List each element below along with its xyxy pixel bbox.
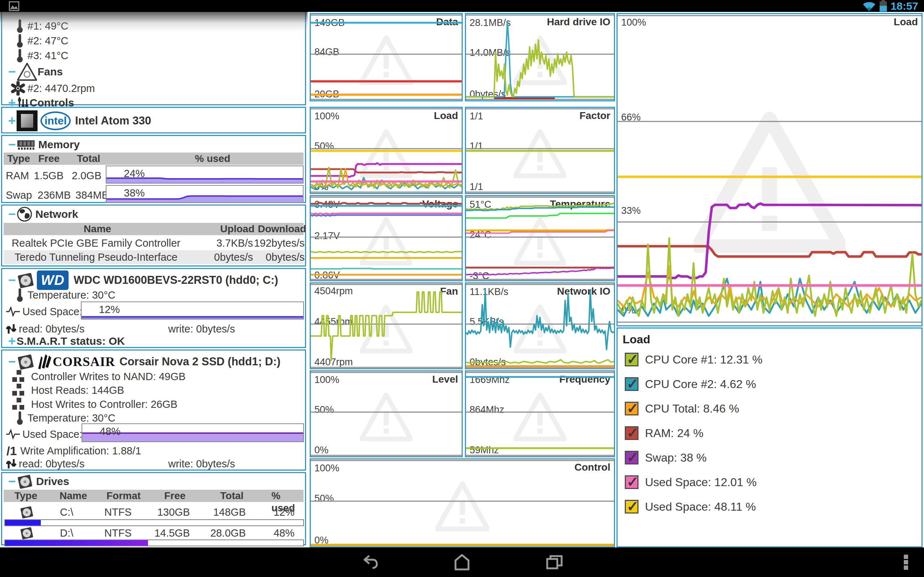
- drive-row[interactable]: C:\: [60, 506, 73, 519]
- corsair-used-space-chart[interactable]: 48%: [82, 423, 304, 442]
- wdc-read: read: 0bytes/s: [19, 323, 84, 335]
- expand-icon[interactable]: +: [7, 113, 16, 128]
- fans-label: Fans: [37, 66, 63, 78]
- home-button[interactable]: [454, 554, 470, 571]
- corsair-stat-row: Host Writes to Controller: 26GB: [11, 397, 178, 411]
- chart-temperature[interactable]: 51°C24°C-3°CTemperature: [465, 195, 615, 281]
- temp-row-3[interactable]: #3: 41°C: [15, 48, 68, 63]
- series-checkbox[interactable]: ✓: [625, 402, 638, 416]
- section-cpu[interactable]: + intel Intel Atom 330: [1, 107, 306, 134]
- notification-image-icon: [9, 1, 19, 11]
- memory-header[interactable]: − Memory: [7, 137, 80, 152]
- fan-row[interactable]: #2: 4470.2rpm: [11, 81, 95, 95]
- android-nav-bar: [0, 548, 924, 577]
- collapse-icon[interactable]: −: [7, 206, 16, 222]
- temp-row-1[interactable]: #1: 49°C: [15, 19, 68, 33]
- collapse-icon[interactable]: −: [7, 474, 16, 489]
- wd-logo: WD: [37, 271, 69, 290]
- collapse-icon[interactable]: −: [7, 272, 16, 288]
- memory-icon: [16, 138, 36, 151]
- legend-item[interactable]: ✓CPU Core #2: 4.62 %: [625, 376, 756, 393]
- drive-type-icon: [19, 526, 34, 540]
- series-checkbox[interactable]: ✓: [625, 475, 638, 489]
- drives-header[interactable]: − Drives: [7, 473, 69, 490]
- activity-icon: [6, 306, 20, 317]
- series-line: [466, 40, 614, 97]
- fans-header[interactable]: − Fans: [7, 62, 63, 82]
- expand-icon[interactable]: +: [7, 334, 16, 349]
- drive-row[interactable]: D:\: [60, 527, 73, 540]
- chart-fan[interactable]: 4504rpm4455rpm4407rpmFan: [310, 282, 463, 369]
- hdd-icon: [16, 353, 35, 371]
- temp-row-2[interactable]: #2: 47°C: [15, 34, 68, 48]
- read-write-arrows-icon: [5, 458, 17, 470]
- cpu-chip-icon: [16, 110, 37, 131]
- recents-button[interactable]: [546, 554, 563, 570]
- legend-item[interactable]: ✓CPU Total: 8.46 %: [625, 400, 739, 417]
- chart-frequency[interactable]: 1669Mhz864Mhz59MhzFrequency: [465, 371, 615, 457]
- back-button[interactable]: [362, 554, 378, 570]
- series-line: [311, 268, 462, 269]
- drive-usage-bar: [4, 519, 304, 526]
- chart-factor[interactable]: 1/11/11/1Factor: [465, 107, 615, 194]
- collapse-icon[interactable]: −: [7, 354, 16, 369]
- chart-control[interactable]: 100%50%0%Control: [310, 458, 615, 548]
- chart-plot: [311, 196, 462, 280]
- cpu-title: Intel Atom 330: [75, 114, 151, 127]
- hdd-icon: [16, 271, 35, 289]
- series-checkbox[interactable]: ✓: [625, 426, 638, 440]
- chart-network-io[interactable]: 11.1KB/s5.5KB/s0bytes/sNetwork IO: [465, 282, 615, 369]
- chart-hard-drive-io[interactable]: 28.1MB/s14.0MB/s0bytes/sHard drive IO: [465, 13, 615, 102]
- chart-plot: [311, 284, 462, 368]
- series-checkbox[interactable]: ✓: [625, 377, 638, 391]
- swap-pct: 38%: [124, 187, 145, 199]
- section-wdc-drive: − WD WDC WD1600BEVS-22RST0 (hdd0; C:) Te…: [1, 268, 306, 348]
- chart-load-small[interactable]: 100%50%0%Load: [310, 107, 463, 194]
- section-corsair-drive: − CORSAIR Corsair Nova 2 SSD (hdd1; D:) …: [1, 350, 306, 471]
- memory-title: Memory: [38, 139, 80, 151]
- used-space-label: Used Space:: [23, 306, 82, 318]
- corsair-used-pct: 48%: [100, 425, 121, 437]
- nand-blocks-icon: [11, 383, 27, 397]
- series-line: [311, 167, 462, 188]
- network-row[interactable]: Realtek PCIe GBE Family Controller: [2, 237, 190, 250]
- chart-plot: [617, 14, 921, 325]
- nand-blocks-icon: [11, 369, 27, 384]
- corsair-stat-row: Host Reads: 144GB: [11, 383, 124, 397]
- temp-label: #2: 47°C: [27, 35, 68, 47]
- collapse-icon[interactable]: −: [7, 64, 16, 79]
- chart-voltage[interactable]: 3.48V2.17V0.86VVoltage: [310, 195, 463, 281]
- wdc-write: write: 0bytes/s: [168, 323, 235, 335]
- chart-data[interactable]: 149GB84GB20GBData: [310, 13, 463, 102]
- wdc-used-space-chart[interactable]: 12%: [81, 301, 304, 319]
- series-checkbox[interactable]: ✓: [625, 451, 638, 464]
- thermometer-icon: [15, 19, 24, 33]
- corsair-temperature-row: Temperature: 30°C: [15, 411, 115, 425]
- legend-item[interactable]: ✓Used Space: 48.11 %: [625, 498, 756, 515]
- smart-status: S.M.A.R.T status: OK: [16, 335, 125, 347]
- series-checkbox[interactable]: ✓: [625, 353, 638, 366]
- ram-usage-chart[interactable]: 24%: [106, 166, 304, 184]
- legend-item[interactable]: ✓RAM: 24 %: [625, 424, 703, 442]
- chart-level[interactable]: 100%50%0%Level: [310, 371, 463, 457]
- wdc-smart-row[interactable]: + S.M.A.R.T status: OK: [7, 334, 125, 348]
- series-checkbox[interactable]: ✓: [625, 500, 638, 514]
- chart-plot: [466, 371, 614, 456]
- network-row[interactable]: Teredo Tunneling Pseudo-Interface: [2, 251, 190, 264]
- collapse-icon[interactable]: −: [7, 137, 16, 152]
- chart-plot: [466, 14, 614, 100]
- corsair-logo: CORSAIR: [53, 354, 115, 369]
- network-header[interactable]: − Network: [7, 207, 78, 221]
- legend-item[interactable]: ✓CPU Core #1: 12.31 %: [625, 351, 762, 368]
- chart-load-main[interactable]: 100%66%33%0%Load: [617, 13, 922, 326]
- wdc-temperature-row: Temperature: 30°C: [15, 288, 115, 302]
- swap-usage-chart[interactable]: 38%: [106, 185, 304, 203]
- thermometer-icon: [15, 288, 24, 302]
- corsair-write: write: 0bytes/s: [168, 458, 235, 470]
- legend-item[interactable]: ✓Used Space: 12.01 %: [625, 474, 757, 491]
- chart-plot: [311, 371, 462, 456]
- legend-item[interactable]: ✓Swap: 38 %: [625, 449, 707, 466]
- section-memory: − Memory Type Free Total % used RAM 1.5G…: [1, 135, 306, 203]
- series-line: [311, 213, 462, 214]
- overflow-menu-button[interactable]: [902, 554, 909, 571]
